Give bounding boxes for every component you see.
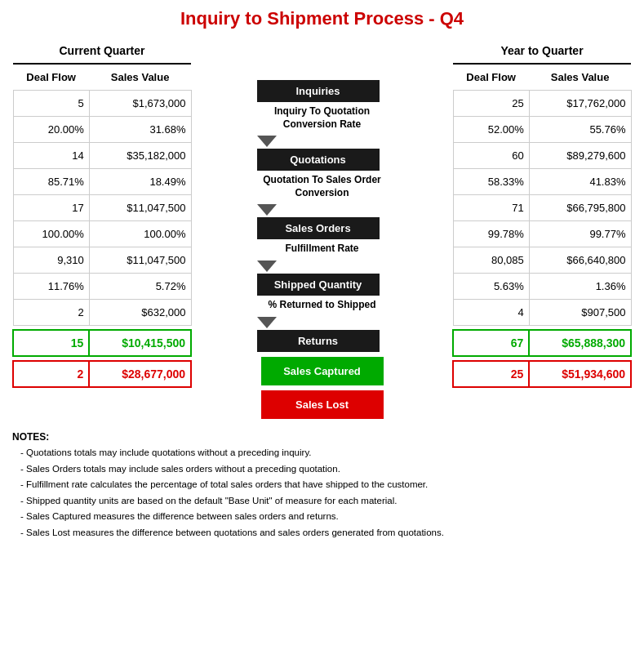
right-deal-flow-cell: 80,085 (453, 247, 529, 273)
left-deal-flow-header: Deal Flow (13, 64, 89, 90)
right-sales-value-cell: 55.76% (529, 116, 631, 142)
process-label: Fulfillment Rate (257, 239, 388, 259)
main-layout: Current Quarter Deal Flow Sales Value 5$… (12, 38, 632, 419)
process-box: Sales Orders (257, 217, 380, 239)
list-item: Sales Lost measures the difference betwe… (20, 525, 632, 541)
left-sales-value-cell: $632,000 (89, 299, 191, 325)
list-item: Shipped quantity units are based on the … (20, 493, 632, 510)
right-deal-flow-cell: 71 (453, 194, 529, 220)
right-sales-value-cell: $89,279,600 (529, 142, 631, 168)
left-deal-flow-cell: 9,310 (13, 247, 89, 273)
right-deal-flow-header: Deal Flow (453, 64, 529, 90)
sales-captured-deal-right: 67 (453, 330, 529, 356)
table-row: 5.63%1.36% (453, 273, 631, 299)
sales-lost-center: Sales Lost (261, 390, 384, 419)
right-deal-flow-cell: 4 (453, 299, 529, 325)
sales-lost-deal-right: 25 (453, 361, 529, 387)
right-sales-value-cell: 41.83% (529, 168, 631, 194)
left-table: Current Quarter Deal Flow Sales Value 5$… (12, 38, 192, 388)
right-sales-value-cell: 99.77% (529, 220, 631, 247)
process-box: Quotations (257, 149, 380, 171)
page-title: Inquiry to Shipment Process - Q4 (12, 8, 632, 29)
left-deal-flow-cell: 2 (13, 299, 89, 325)
left-section-header: Current Quarter (13, 38, 191, 64)
table-row: 14$35,182,000 (13, 142, 191, 168)
process-arrow (257, 261, 277, 272)
list-item: Sales Captured measures the difference b… (20, 509, 632, 525)
list-item: Sales Orders totals may include sales or… (20, 461, 632, 478)
table-row: 17$11,047,500 (13, 194, 191, 220)
notes-list: Quotations totals may include quotations… (12, 445, 632, 541)
process-box: Returns (257, 330, 380, 352)
process-box: Inquiries (257, 80, 380, 102)
right-deal-flow-cell: 25 (453, 90, 529, 116)
right-sales-value-cell: $907,500 (529, 299, 631, 325)
table-row: 4$907,500 (453, 299, 631, 325)
sales-lost-row-left: 2$28,677,000 (13, 361, 191, 387)
table-row: 52.00%55.76% (453, 116, 631, 142)
process-arrow (257, 136, 277, 147)
sales-lost-deal-left: 2 (13, 361, 89, 387)
process-box: Shipped Quantity (257, 274, 380, 296)
table-row: 5$1,673,000 (13, 90, 191, 116)
table-row: 99.78%99.77% (453, 220, 631, 247)
process-label: Inquiry To Quotation Conversion Rate (257, 102, 388, 134)
sales-captured-deal-left: 15 (13, 330, 89, 356)
right-sales-value-cell: $66,795,800 (529, 194, 631, 220)
left-sales-value-cell: $11,047,500 (89, 194, 191, 220)
notes-title: NOTES: (12, 429, 632, 445)
left-deal-flow-cell: 17 (13, 194, 89, 220)
right-deal-flow-cell: 58.33% (453, 168, 529, 194)
sales-lost-value-right: $51,934,600 (529, 361, 631, 387)
right-deal-flow-cell: 52.00% (453, 116, 529, 142)
table-row: 71$66,795,800 (453, 194, 631, 220)
left-deal-flow-cell: 14 (13, 142, 89, 168)
list-item: Quotations totals may include quotations… (20, 445, 632, 461)
sales-captured-value-right: $65,888,300 (529, 330, 631, 356)
table-row: 25$17,762,000 (453, 90, 631, 116)
right-deal-flow-cell: 5.63% (453, 273, 529, 299)
sales-captured-value-left: $10,415,500 (89, 330, 191, 356)
left-deal-flow-cell: 11.76% (13, 273, 89, 299)
sales-captured-center: Sales Captured (261, 357, 384, 385)
right-table: Year to Quarter Deal Flow Sales Value 25… (452, 38, 632, 388)
process-arrow (257, 204, 277, 216)
right-deal-flow-cell: 99.78% (453, 220, 529, 247)
table-row: 2$632,000 (13, 299, 191, 325)
process-label: Quotation To Sales Order Conversion (257, 171, 388, 203)
right-sales-value-cell: $17,762,000 (529, 90, 631, 116)
right-sales-value-cell: $66,640,800 (529, 247, 631, 273)
right-section-header: Year to Quarter (453, 38, 631, 64)
sales-captured-row-left: 15$10,415,500 (13, 330, 191, 356)
left-sales-value-header: Sales Value (89, 64, 191, 90)
table-row: 100.00%100.00% (13, 220, 191, 247)
left-sales-value-cell: $11,047,500 (89, 247, 191, 273)
list-item: Fulfillment rate calculates the percenta… (20, 477, 632, 493)
table-row: 60$89,279,600 (453, 142, 631, 168)
right-sales-value-cell: 1.36% (529, 273, 631, 299)
table-row: 80,085$66,640,800 (453, 247, 631, 273)
process-label: % Returned to Shipped (257, 296, 388, 315)
sales-lost-value-left: $28,677,000 (89, 361, 191, 387)
left-sales-value-cell: 100.00% (89, 220, 191, 247)
table-row: 58.33%41.83% (453, 168, 631, 194)
sales-captured-row-right: 67$65,888,300 (453, 330, 631, 356)
left-sales-value-cell: $35,182,000 (89, 142, 191, 168)
right-deal-flow-cell: 60 (453, 142, 529, 168)
table-row: 85.71%18.49% (13, 168, 191, 194)
left-deal-flow-cell: 20.00% (13, 116, 89, 142)
table-row: 9,310$11,047,500 (13, 247, 191, 273)
left-sales-value-cell: 18.49% (89, 168, 191, 194)
left-sales-value-cell: 31.68% (89, 116, 191, 142)
left-deal-flow-cell: 100.00% (13, 220, 89, 247)
left-deal-flow-cell: 5 (13, 90, 89, 116)
notes-section: NOTES: Quotations totals may include quo… (12, 429, 632, 541)
left-sales-value-cell: 5.72% (89, 273, 191, 299)
left-deal-flow-cell: 85.71% (13, 168, 89, 194)
sales-lost-row-right: 25$51,934,600 (453, 361, 631, 387)
table-row: 20.00%31.68% (13, 116, 191, 142)
right-sales-value-header: Sales Value (529, 64, 631, 90)
center-column: InquiriesInquiry To Quotation Conversion… (249, 38, 396, 419)
process-arrow (257, 317, 277, 328)
left-sales-value-cell: $1,673,000 (89, 90, 191, 116)
